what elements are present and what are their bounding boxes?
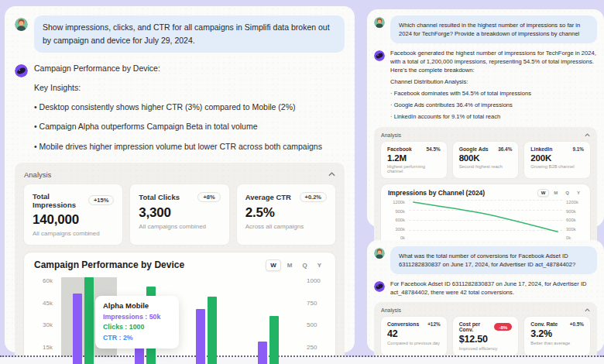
y-axis-left: 1200k 900k 600k 300k 0k <box>388 200 409 240</box>
user-message-row: Which channel resulted in the highest nu… <box>374 15 597 43</box>
stat-label: Cost per Conv. <box>459 321 495 332</box>
ai-avatar <box>374 281 385 292</box>
impressions-bar[interactable] <box>196 309 205 364</box>
y-tick: 900k <box>566 209 583 214</box>
right-top-chat-panel: Which channel resulted in the highest nu… <box>367 9 604 227</box>
ai-bullet: • Mobile drives higher impression volume… <box>34 140 345 153</box>
analysis-header: Analysis <box>380 307 591 316</box>
range-button-w[interactable]: W <box>266 259 281 271</box>
ai-paragraph: For Facebook Adset ID 6311282830837 on J… <box>390 280 597 297</box>
stat-value: 2.5% <box>245 205 327 221</box>
analysis-section: Analysis Total Impressions+15% 140,000 A… <box>15 163 345 364</box>
stat-badge: 9.1% <box>572 146 584 152</box>
stat-card-cost-per-conv: Cost per Conv.-8% $12.50 Improved effici… <box>452 316 520 356</box>
stat-caption: Better than average <box>530 341 584 345</box>
collapse-chevron-icon[interactable] <box>585 308 590 312</box>
bar-chart-card: Campaign Performance by Device W M Q Y 6… <box>23 252 336 364</box>
stats-row: Conversions+12% 42 Compared to previous … <box>380 316 591 356</box>
ai-paragraph: Facebook generated the highest number of… <box>390 49 597 74</box>
y-tick: 30k <box>34 321 53 328</box>
range-button-w[interactable]: W <box>537 189 550 197</box>
range-button-m[interactable]: M <box>283 260 297 270</box>
ai-bullet: · LinkedIn accounts for 9.1% of total re… <box>390 112 597 121</box>
collapse-chevron-icon[interactable] <box>328 172 335 177</box>
y-axis-left: 60k 45k 30k 15k 0k <box>34 277 57 364</box>
clicks-bar[interactable] <box>208 297 217 364</box>
stat-card-conv-rate: Conv. Rate+0.5% 3.2% Better than average <box>523 316 591 356</box>
tooltip-title: Alpha Mobile <box>103 301 171 310</box>
line-plot-area[interactable] <box>409 200 562 240</box>
user-avatar <box>374 17 385 28</box>
ai-subheading: Key Insights: <box>34 81 345 94</box>
y-tick: 500 <box>307 321 325 328</box>
range-button-m[interactable]: M <box>551 190 561 196</box>
line-path <box>414 202 558 232</box>
chart-title: Impressions by Channel (2024) <box>388 189 485 197</box>
stat-label: LinkedIn <box>530 146 552 152</box>
analysis-section: Analysis Conversions+12% 42 Compared to … <box>374 302 597 361</box>
y-tick: 600k <box>388 218 405 222</box>
bullet-glyph: · <box>390 113 393 120</box>
ai-message-body: For Facebook Adset ID 6311282830837 on J… <box>390 280 597 300</box>
ai-bullet: · Facebook dominates with 54.5% of total… <box>390 89 597 98</box>
stat-card-linkedin: LinkedIn9.1% 200K Growing B2B channel <box>523 141 591 179</box>
ai-avatar <box>374 50 385 61</box>
bar-groups <box>57 277 303 364</box>
stat-value: 1.2M <box>387 153 441 163</box>
range-button-q[interactable]: Q <box>562 190 572 196</box>
right-bottom-chat-panel: What was the total number of conversions… <box>367 240 604 352</box>
ai-bullet: • Desktop consistently shows higher CTR … <box>34 101 345 113</box>
impressions-bar[interactable] <box>73 294 82 364</box>
user-avatar <box>374 248 385 259</box>
bar-chart-body: 60k 45k 30k 15k 0k <box>34 277 325 364</box>
range-selector: W M Q Y <box>536 189 583 197</box>
stat-value: 140,000 <box>33 212 114 228</box>
y-tick: 900k <box>388 209 405 214</box>
stat-card-average-ctr: Average CTR+0.2% 2.5% Across all campaig… <box>236 184 336 246</box>
left-chat-panel: Show impressions, clicks, and CTR for al… <box>5 6 355 352</box>
y-tick: 15k <box>34 344 53 351</box>
analysis-title: Analysis <box>24 170 51 179</box>
chart-tooltip: Alpha Mobile Impressions : 50k Clicks : … <box>95 296 179 349</box>
bar-group-beta-mobile[interactable] <box>180 277 242 364</box>
ai-message-row: For Facebook Adset ID 6311282830837 on J… <box>374 280 597 300</box>
range-button-y[interactable]: Y <box>574 190 583 196</box>
bar-group-beta-desktop[interactable] <box>242 277 304 364</box>
range-button-y[interactable]: Y <box>314 260 325 270</box>
stat-card-google-ads: Google Ads36.4% 800K Second highest reac… <box>452 141 520 179</box>
bar-plot-area[interactable]: Alpha Mobile Impressions : 50k Clicks : … <box>57 277 303 364</box>
user-message-row: Show impressions, clicks, and CTR for al… <box>15 15 345 53</box>
stat-badge: +0.5% <box>570 321 584 327</box>
y-tick: 1200k <box>388 200 405 204</box>
ai-avatar <box>15 64 28 77</box>
user-avatar <box>15 18 28 31</box>
analysis-title: Analysis <box>381 307 401 313</box>
ai-message-body: Facebook generated the highest number of… <box>390 49 597 124</box>
stat-label: Conversions <box>387 321 419 327</box>
y-tick: 300k <box>388 227 405 232</box>
collapse-chevron-icon[interactable] <box>585 133 590 137</box>
tooltip-clicks: Clicks : 1000 <box>103 323 171 331</box>
stat-badge: +8% <box>197 192 220 202</box>
y-axis-right: 1200k 900k 600k 300k 0k <box>562 200 583 240</box>
impressions-bar[interactable] <box>258 342 267 364</box>
clicks-bar[interactable] <box>84 277 94 364</box>
y-tick: 1200k <box>566 200 583 204</box>
ai-message-body: Campaign Performance by Device: Key Insi… <box>34 62 345 160</box>
stat-caption: Second highest reach <box>459 164 513 169</box>
y-tick: 60k <box>34 277 53 284</box>
stat-badge: +12% <box>427 321 441 327</box>
stat-label: Total Impressions <box>33 192 88 209</box>
stat-caption: All campaigns combined <box>139 223 220 230</box>
stat-caption: Highest performing channel <box>387 164 441 173</box>
tooltip-ctr: CTR : 2% <box>103 334 171 342</box>
stat-value: 42 <box>387 328 441 339</box>
stat-badge: +0.2% <box>300 192 327 202</box>
ai-heading: Campaign Performance by Device: <box>34 62 345 74</box>
stat-badge: 54.5% <box>427 146 441 152</box>
clicks-bar[interactable] <box>269 316 279 364</box>
stat-value: 800K <box>459 153 513 163</box>
range-button-q[interactable]: Q <box>298 260 311 270</box>
stat-value: $12.50 <box>459 334 513 345</box>
bullet-glyph: • <box>34 142 37 151</box>
